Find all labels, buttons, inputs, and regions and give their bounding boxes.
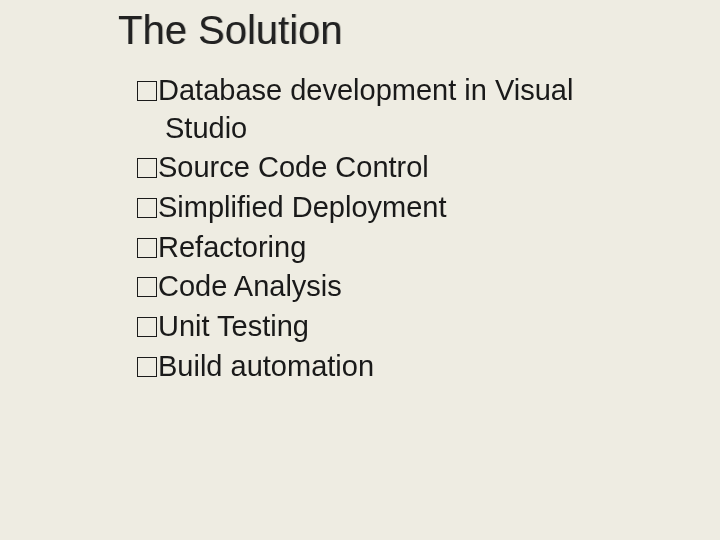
slide-title: The Solution <box>118 8 343 53</box>
list-item-text: Code Analysis <box>158 270 342 302</box>
list-item-text: Source Code Control <box>158 151 429 183</box>
square-bullet-icon <box>137 357 157 377</box>
list-item: Refactoring <box>137 229 660 267</box>
list-item: Code Analysis <box>137 268 660 306</box>
list-item-text: Database development in Visual Studio <box>158 74 573 144</box>
square-bullet-icon <box>137 198 157 218</box>
list-item: Source Code Control <box>137 149 660 187</box>
list-item: Unit Testing <box>137 308 660 346</box>
square-bullet-icon <box>137 277 157 297</box>
slide: The Solution Database development in Vis… <box>0 0 720 540</box>
list-item: Database development in Visual Studio <box>137 72 660 147</box>
slide-body: Database development in Visual Studio So… <box>137 72 660 388</box>
list-item-text: Simplified Deployment <box>158 191 447 223</box>
square-bullet-icon <box>137 317 157 337</box>
list-item-text: Build automation <box>158 350 374 382</box>
square-bullet-icon <box>137 158 157 178</box>
list-item: Build automation <box>137 348 660 386</box>
list-item: Simplified Deployment <box>137 189 660 227</box>
square-bullet-icon <box>137 81 157 101</box>
list-item-text: Unit Testing <box>158 310 309 342</box>
list-item-text: Refactoring <box>158 231 306 263</box>
square-bullet-icon <box>137 238 157 258</box>
